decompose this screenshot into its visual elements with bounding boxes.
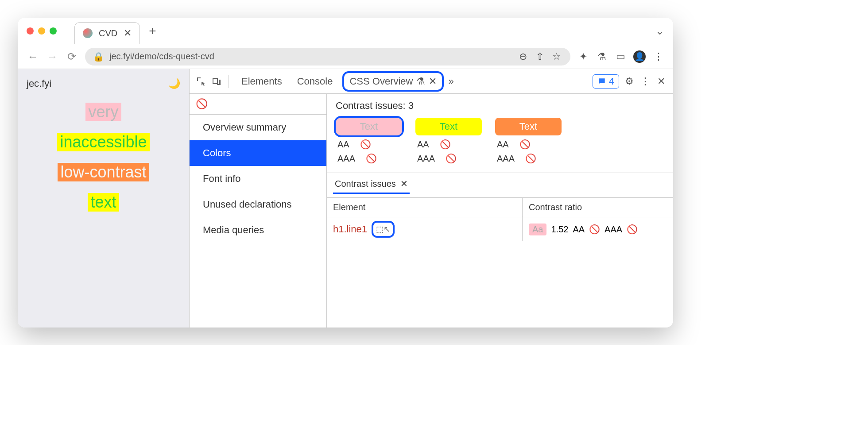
close-tab-button[interactable]: ✕ <box>124 27 132 39</box>
aa-label: AA <box>337 139 349 150</box>
demo-text: very inaccessible low-contrast text <box>27 103 180 212</box>
toolbar: ← → ⟳ 🔒 jec.fyi/demo/cds-quest-cvd ⊖ ⇧ ☆… <box>18 44 673 69</box>
forward-button[interactable]: → <box>46 50 58 63</box>
ratio-value: 1.52 <box>551 224 568 235</box>
menu-icon[interactable]: ⋮ <box>653 51 664 62</box>
tab-label: CSS Overview <box>349 76 413 87</box>
kebab-icon[interactable]: ⋮ <box>639 76 651 87</box>
labs-icon[interactable]: ⚗ <box>596 51 608 62</box>
address-bar[interactable]: 🔒 jec.fyi/demo/cds-quest-cvd ⊖ ⇧ ☆ <box>85 48 570 66</box>
devtools-body: 🚫 Overview summary Colors Font info Unus… <box>190 94 673 328</box>
issues-panel: Contrast issues ✕ Element Contrast ratio… <box>327 173 673 241</box>
issues-tab-label: Contrast issues <box>335 179 396 189</box>
col-element: Element <box>327 198 523 217</box>
aa-label: AA <box>573 224 585 235</box>
ratio-cell: Aa 1.52 AA 🚫 AAA 🚫 <box>523 217 673 241</box>
content: jec.fyi 🌙 very inaccessible low-contrast… <box>18 69 673 328</box>
contrast-swatches: Text AA🚫 AAA🚫 Text AA🚫 AAA🚫 Text AA🚫 <box>327 118 673 173</box>
sidebar-item-colors[interactable]: Colors <box>190 140 326 166</box>
close-panel-button[interactable]: ✕ <box>429 76 437 87</box>
swatch-box[interactable]: Text <box>415 118 482 135</box>
swatch[interactable]: Text AA🚫 AAA🚫 <box>415 118 482 164</box>
url-text: jec.fyi/demo/cds-quest-cvd <box>109 51 214 62</box>
site-name: jec.fyi <box>27 78 51 89</box>
theme-toggle-icon[interactable]: 🌙 <box>168 78 180 89</box>
page-header: jec.fyi 🌙 <box>27 78 180 89</box>
aaa-label: AAA <box>337 154 355 164</box>
sidebar-item-unused[interactable]: Unused declarations <box>190 192 326 217</box>
favicon-icon <box>83 28 93 38</box>
swatch-box[interactable]: Text <box>336 118 402 135</box>
more-tabs-button[interactable]: » <box>448 76 453 87</box>
share-icon[interactable]: ⇧ <box>534 51 546 62</box>
issues-table-header: Element Contrast ratio <box>327 198 673 217</box>
close-window-button[interactable] <box>27 27 34 35</box>
browser-window: CVD ✕ + ⌄ ← → ⟳ 🔒 jec.fyi/demo/cds-quest… <box>18 18 673 328</box>
inspect-element-icon[interactable]: ⬚↖ <box>372 221 395 238</box>
aaa-label: AAA <box>604 224 622 235</box>
minimize-window-button[interactable] <box>38 27 45 35</box>
demo-line: text <box>88 193 119 212</box>
back-button[interactable]: ← <box>27 50 39 63</box>
lock-icon: 🔒 <box>93 51 104 62</box>
close-issues-tab-button[interactable]: ✕ <box>400 178 408 189</box>
sidebar-item-font[interactable]: Font info <box>190 166 326 192</box>
css-overview-sidebar: 🚫 Overview summary Colors Font info Unus… <box>190 94 327 328</box>
issues-tabrow: Contrast issues ✕ <box>327 173 673 198</box>
clear-icon[interactable]: 🚫 <box>190 94 326 115</box>
page-viewport: jec.fyi 🌙 very inaccessible low-contrast… <box>18 69 190 328</box>
aaa-label: AAA <box>417 154 435 164</box>
issues-tab[interactable]: Contrast issues ✕ <box>333 177 410 194</box>
reading-list-icon[interactable]: ▭ <box>615 51 626 62</box>
devtools: Elements Console CSS Overview ⚗ ✕ » 4 ⚙ … <box>190 69 673 328</box>
new-tab-button[interactable]: + <box>149 24 156 38</box>
element-cell: h1.line1 ⬚↖ <box>327 217 523 241</box>
contrast-issues-header: Contrast issues: 3 <box>327 94 673 118</box>
devtools-toolbar: Elements Console CSS Overview ⚗ ✕ » 4 ⚙ … <box>190 69 673 94</box>
ban-icon: 🚫 <box>525 153 536 164</box>
extensions-icon[interactable]: ✦ <box>577 51 589 62</box>
aaa-label: AAA <box>497 154 515 164</box>
browser-tab[interactable]: CVD ✕ <box>74 22 140 44</box>
bookmark-icon[interactable]: ☆ <box>551 51 562 62</box>
window-controls <box>27 27 57 35</box>
maximize-window-button[interactable] <box>50 27 57 35</box>
col-ratio: Contrast ratio <box>523 198 673 217</box>
css-overview-main: Contrast issues: 3 Text AA🚫 AAA🚫 Text AA… <box>327 94 673 328</box>
inspect-icon[interactable] <box>196 76 206 87</box>
ban-icon: 🚫 <box>519 139 531 150</box>
element-selector: h1.line1 <box>333 224 367 235</box>
aa-label: AA <box>497 139 509 150</box>
sidebar-item-media[interactable]: Media queries <box>190 217 326 243</box>
swatch[interactable]: Text AA🚫 AAA🚫 <box>495 118 562 164</box>
settings-icon[interactable]: ⚙ <box>624 76 635 87</box>
ban-icon: 🚫 <box>589 224 600 235</box>
ban-icon: 🚫 <box>440 139 451 150</box>
reload-button[interactable]: ⟳ <box>66 50 78 63</box>
ban-icon: 🚫 <box>366 153 377 164</box>
tab-elements[interactable]: Elements <box>236 73 287 90</box>
contrast-chip: Aa <box>529 224 546 235</box>
swatch[interactable]: Text AA🚫 AAA🚫 <box>336 118 402 164</box>
demo-line: very <box>85 103 121 121</box>
device-toggle-icon[interactable] <box>211 76 221 87</box>
issues-row[interactable]: h1.line1 ⬚↖ Aa 1.52 AA 🚫 AAA 🚫 <box>327 217 673 241</box>
issues-count: 4 <box>609 76 614 87</box>
ban-icon: 🚫 <box>627 224 638 235</box>
demo-line: low-contrast <box>58 163 149 181</box>
swatch-box[interactable]: Text <box>495 118 562 135</box>
profile-avatar[interactable]: 👤 <box>633 50 646 63</box>
tabs-chevron-icon[interactable]: ⌄ <box>655 25 664 37</box>
close-devtools-button[interactable]: ✕ <box>655 76 667 87</box>
issues-badge[interactable]: 4 <box>593 74 619 89</box>
tab-console[interactable]: Console <box>292 73 338 90</box>
ban-icon: 🚫 <box>446 153 457 164</box>
aa-label: AA <box>417 139 429 150</box>
tab-title: CVD <box>99 28 117 39</box>
sidebar-item-overview[interactable]: Overview summary <box>190 115 326 140</box>
zoom-icon[interactable]: ⊖ <box>517 51 529 62</box>
ban-icon: 🚫 <box>360 139 371 150</box>
tab-css-overview[interactable]: CSS Overview ⚗ ✕ <box>342 71 444 92</box>
demo-line: inaccessible <box>57 133 149 151</box>
titlebar: CVD ✕ + ⌄ <box>18 18 673 44</box>
